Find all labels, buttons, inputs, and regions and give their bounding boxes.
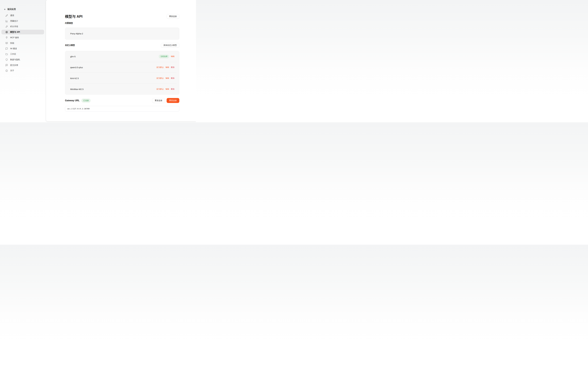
sidebar-item-label: 用量统计 — [10, 20, 18, 22]
sidebar-item-workspace[interactable]: 工作区 — [1, 52, 44, 56]
gateway-reset-button[interactable]: 重置连接 — [167, 98, 179, 103]
gateway-url-label: Gateway URL — [65, 99, 80, 102]
sidebar-item-label: 技能 — [10, 42, 14, 44]
custom-models-list: glm-5 当前选择 编辑 qwen3.5-plus 设为默认 编辑 删除 ki… — [65, 51, 179, 95]
sidebar-item-label: 数据与隐私 — [10, 58, 20, 61]
gateway-reconnect-button[interactable]: 重新连接 — [152, 98, 165, 103]
edit-link[interactable]: 编辑 — [165, 77, 169, 79]
cpu-chip-icon — [5, 31, 8, 33]
book-open-icon — [5, 42, 8, 44]
folder-icon — [5, 53, 8, 55]
builtin-model-card: Pony-Alpha-2 — [65, 28, 179, 40]
model-name: MiniMax-M2.5 — [70, 88, 83, 90]
sidebar-item-mcp-services[interactable]: MCP 服务 — [1, 35, 44, 40]
sidebar: 返回应用 通用 用量统计 积分详情 模型与 API — [0, 0, 46, 122]
model-row-kimi-k25: kimi-k2.5 设为默认 编辑 删除 — [65, 73, 179, 83]
reconnect-button-top[interactable]: 重新连接 — [167, 14, 179, 19]
custom-models-section-label: 自定义模型 — [65, 44, 75, 47]
pencil-icon — [5, 14, 8, 17]
set-default-link[interactable]: 设为默认 — [156, 88, 164, 90]
set-default-link[interactable]: 设为默认 — [156, 77, 164, 79]
model-row-minimax-m25: MiniMax-M2.5 设为默认 编辑 删除 — [65, 84, 179, 94]
builtin-models-section-label: 内置模型 — [65, 22, 179, 25]
sidebar-item-label: IM 频道 — [10, 47, 17, 50]
sidebar-item-im-channels[interactable]: IM 频道 — [1, 46, 44, 51]
model-name: qwen3.5-plus — [70, 66, 83, 69]
edit-link[interactable]: 编辑 — [165, 88, 169, 90]
plug-icon — [5, 36, 8, 39]
sidebar-item-label: 通用 — [10, 14, 14, 17]
sidebar-item-label: 模型与 API — [10, 31, 20, 33]
sidebar-item-feedback[interactable]: 提交反馈 — [1, 63, 44, 67]
model-row-glm-5: glm-5 当前选择 编辑 — [65, 51, 179, 62]
sidebar-item-label: 积分详情 — [10, 25, 18, 28]
sidebar-item-about[interactable]: 关于 — [1, 68, 44, 73]
coins-icon — [5, 25, 8, 28]
arrow-left-icon — [4, 8, 6, 10]
edit-link[interactable]: 编辑 — [171, 55, 175, 58]
delete-link[interactable]: 删除 — [171, 77, 175, 79]
set-default-link[interactable]: 设为默认 — [156, 66, 164, 69]
sidebar-item-label: 提交反馈 — [10, 64, 18, 67]
main-panel: 模型与 API 重新连接 内置模型 Pony-Alpha-2 自定义模型 添加自… — [46, 0, 196, 121]
page-title: 模型与 API — [65, 14, 82, 19]
info-icon — [5, 69, 8, 72]
model-row-qwen35-plus: qwen3.5-plus 设为默认 编辑 删除 — [65, 62, 179, 73]
delete-link[interactable]: 删除 — [171, 66, 175, 69]
shield-icon — [5, 58, 8, 61]
back-to-app-label: 返回应用 — [7, 8, 16, 11]
feedback-plus-icon — [5, 64, 8, 67]
sidebar-item-label: 工作区 — [10, 53, 16, 55]
delete-link[interactable]: 删除 — [171, 88, 175, 90]
sidebar-nav: 通用 用量统计 积分详情 模型与 API MCP 服务 — [1, 13, 44, 74]
back-to-app-button[interactable]: 返回应用 — [4, 8, 16, 11]
edit-link[interactable]: 编辑 — [165, 66, 169, 69]
sidebar-item-models-api[interactable]: 模型与 API — [1, 30, 44, 34]
connected-status-badge: 已连接 — [81, 99, 91, 102]
current-selection-badge: 当前选择 — [159, 55, 169, 58]
model-name: glm-5 — [70, 55, 76, 58]
sidebar-item-credits[interactable]: 积分详情 — [1, 24, 44, 29]
sidebar-item-label: 关于 — [10, 69, 14, 72]
sidebar-item-general[interactable]: 通用 — [1, 13, 44, 18]
sidebar-item-data-privacy[interactable]: 数据与隐私 — [1, 57, 44, 62]
add-custom-model-button[interactable]: 添加自定义模型 — [161, 43, 179, 48]
sidebar-item-skills[interactable]: 技能 — [1, 41, 44, 45]
model-name: kimi-k2.5 — [70, 77, 79, 79]
builtin-model-name: Pony-Alpha-2 — [70, 32, 83, 35]
gateway-url-input[interactable] — [65, 106, 179, 111]
sidebar-item-usage-stats[interactable]: 用量统计 — [1, 19, 44, 23]
sidebar-item-label: MCP 服务 — [10, 36, 19, 39]
chat-bubble-icon — [5, 47, 8, 50]
bar-chart-icon — [5, 20, 8, 22]
